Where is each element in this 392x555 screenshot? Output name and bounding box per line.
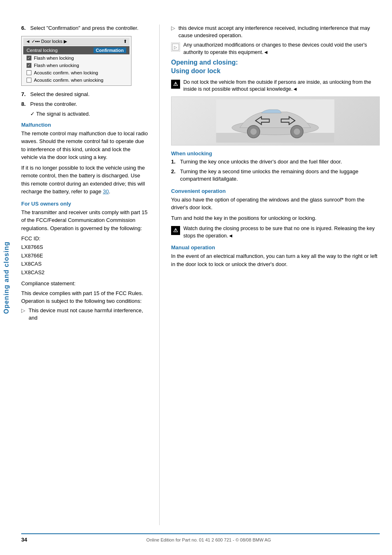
idrive-central-locking-label: Central locking bbox=[27, 48, 58, 53]
unlocking-step-2-num: 2. bbox=[171, 168, 178, 183]
step-8-sub: ✓ The signal is activated. bbox=[30, 111, 148, 117]
convenient-operation-para1: You also have the option of operating th… bbox=[171, 196, 380, 212]
warning-text-2: Watch during the closing process to be s… bbox=[183, 225, 380, 239]
car-image bbox=[171, 96, 380, 145]
idrive-checkbox-flash-locking: ✓ bbox=[27, 56, 31, 60]
bullet-text-1: This device must not cause harmful inter… bbox=[29, 307, 148, 322]
for-us-owners-para1: The transmitter and receiver units compl… bbox=[21, 208, 148, 233]
page-footer: 34 Online Edition for Part no. 01 41 2 6… bbox=[21, 533, 380, 543]
unlocking-step-2-text: Turning the key a second time unlocks th… bbox=[180, 168, 380, 183]
step-7: 7. Select the desired signal. bbox=[21, 91, 148, 98]
warning-text-1: Do not lock the vehicle from the outside… bbox=[183, 79, 380, 93]
step-7-num: 7. bbox=[21, 91, 28, 98]
step-6: 6. Select "Confirmation" and press the c… bbox=[21, 25, 148, 32]
malfunction-para1: The remote control may malfunction due t… bbox=[21, 130, 148, 161]
note-box: ▷ Any unauthorized modifications or chan… bbox=[171, 42, 380, 56]
unlocking-step-1-num: 1. bbox=[171, 158, 178, 166]
unlocking-step-2: 2. Turning the key a second time unlocks… bbox=[171, 168, 380, 183]
fcc-lx8cas: LX8CAS bbox=[21, 260, 148, 269]
step-6-num: 6. bbox=[21, 25, 28, 32]
svg-point-6 bbox=[251, 128, 257, 134]
idrive-item-flash-locking: ✓ Flash when locking bbox=[23, 54, 129, 62]
fcc-lx8cas2: LX8CAS2 bbox=[21, 269, 148, 277]
idrive-item-flash-unlocking: ✓ Flash when unlocking bbox=[23, 62, 129, 69]
left-column: 6. Select "Confirmation" and press the c… bbox=[21, 25, 148, 525]
warning-icon-1: ⚠ bbox=[171, 80, 180, 89]
fcc-lx8766s: LX8766S bbox=[21, 243, 148, 252]
fcc-list: FCC ID: LX8766S LX8766E LX8CAS LX8CAS2 bbox=[21, 235, 148, 277]
idrive-flash-locking-label: Flash when locking bbox=[34, 56, 74, 60]
page-container: Opening and closing 6. Select "Confirmat… bbox=[0, 0, 392, 555]
right-column: ▷ this device must accept any interferen… bbox=[171, 25, 380, 525]
step-7-text: Select the desired signal. bbox=[30, 91, 89, 98]
idrive-topbar: ◄ ✓▪▪▪ Door locks ▶ ⬆ bbox=[23, 38, 129, 45]
manual-operation-header: Manual operation bbox=[171, 244, 380, 251]
warning-icon-2: ⚠ bbox=[171, 226, 180, 235]
malfunction-para2: If it is no longer possible to lock the … bbox=[21, 164, 148, 196]
footer-text: Online Edition for Part no. 01 41 2 600 … bbox=[38, 537, 380, 542]
two-column-layout: 6. Select "Confirmation" and press the c… bbox=[21, 25, 380, 525]
idrive-item-acoustic-unlocking: Acoustic confirm. when unlocking bbox=[23, 76, 129, 84]
idrive-acoustic-locking-label: Acoustic confirm. when locking bbox=[34, 70, 98, 75]
page-number: 34 bbox=[21, 537, 38, 543]
idrive-sort-icon: ⬆ bbox=[123, 39, 127, 44]
idrive-item-acoustic-locking: Acoustic confirm. when locking bbox=[23, 69, 129, 76]
note-text: Any unauthorized modifications or change… bbox=[183, 42, 380, 56]
compliance-text: This device complies with part 15 of the… bbox=[21, 289, 148, 305]
svg-point-8 bbox=[294, 128, 300, 134]
convenient-operation-header: Convenient operation bbox=[171, 188, 380, 194]
bullet-arrow-2: ▷ bbox=[171, 25, 176, 39]
bullet-arrow-1: ▷ bbox=[21, 307, 26, 322]
malfunction-header: Malfunction bbox=[21, 122, 148, 128]
for-us-owners-header: For US owners only bbox=[21, 201, 148, 207]
fcc-id: FCC ID: bbox=[21, 235, 148, 243]
page-link-30[interactable]: 30 bbox=[103, 188, 109, 195]
idrive-screenshot: ◄ ✓▪▪▪ Door locks ▶ ⬆ Central locking Co… bbox=[21, 36, 131, 86]
idrive-nav-arrows: ◄ ✓▪▪▪ Door locks ▶ bbox=[26, 39, 67, 44]
idrive-confirmation-tab: Confirmation bbox=[94, 47, 126, 53]
step-8-text: Press the controller. bbox=[30, 101, 77, 108]
bullet-text-2: this device must accept any interference… bbox=[178, 25, 380, 39]
svg-text:▷: ▷ bbox=[174, 45, 177, 49]
idrive-checkbox-acoustic-unlocking bbox=[27, 78, 31, 83]
step-6-text: Select "Confirmation" and press the cont… bbox=[30, 25, 138, 32]
bullet-item-1: ▷ This device must not cause harmful int… bbox=[21, 307, 148, 322]
side-label: Opening and closing bbox=[0, 0, 13, 555]
opening-closing-header: Opening and closing: Using door lock bbox=[171, 58, 380, 76]
idrive-acoustic-unlocking-label: Acoustic confirm. when unlocking bbox=[34, 78, 103, 83]
idrive-item-central-locking: Central locking Confirmation bbox=[23, 46, 129, 54]
column-divider bbox=[159, 25, 160, 525]
compliance-label: Compliance statement: bbox=[21, 280, 148, 288]
idrive-flash-unlocking-label: Flash when unlocking bbox=[34, 63, 79, 68]
step-8-num: 8. bbox=[21, 101, 28, 108]
step-8: 8. Press the controller. bbox=[21, 101, 148, 108]
bullet-item-2: ▷ this device must accept any interferen… bbox=[171, 25, 380, 39]
warning-box-2: ⚠ Watch during the closing process to be… bbox=[171, 225, 380, 239]
when-unlocking-header: When unlocking bbox=[171, 150, 380, 157]
manual-operation-para: In the event of an electrical malfunctio… bbox=[171, 252, 380, 268]
unlocking-step-1-text: Turning the key once unlocks the driver'… bbox=[180, 158, 342, 166]
main-content: 6. Select "Confirmation" and press the c… bbox=[13, 0, 392, 555]
warning-box-1: ⚠ Do not lock the vehicle from the outsi… bbox=[171, 79, 380, 93]
idrive-checkbox-flash-unlocking: ✓ bbox=[27, 63, 31, 68]
idrive-checkbox-acoustic-locking bbox=[27, 70, 31, 75]
convenient-operation-para2: Turn and hold the key in the positions f… bbox=[171, 214, 380, 222]
note-icon: ▷ bbox=[171, 43, 180, 51]
fcc-lx8766e: LX8766E bbox=[21, 252, 148, 260]
unlocking-step-1: 1. Turning the key once unlocks the driv… bbox=[171, 158, 380, 166]
